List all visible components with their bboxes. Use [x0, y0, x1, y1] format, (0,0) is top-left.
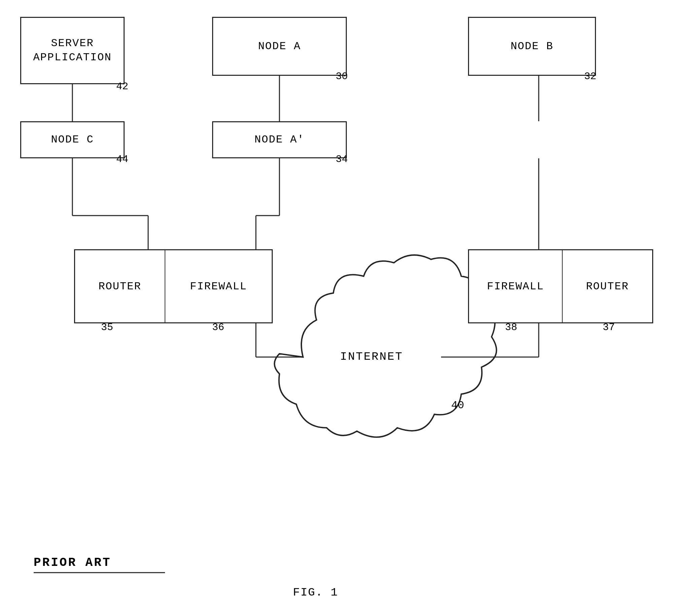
firewall-left-box: FIREWALL — [165, 249, 273, 324]
node-a-prime-ref: 34 — [336, 154, 348, 165]
router-right-ref: 37 — [603, 322, 615, 333]
firewall-right-ref: 38 — [505, 322, 517, 333]
node-b-label: NODE B — [510, 39, 553, 54]
firewall-right-label: FIREWALL — [487, 280, 544, 293]
firewall-left-label: FIREWALL — [190, 280, 247, 293]
router-left-ref: 35 — [101, 322, 113, 333]
internet-label: INTERNET — [340, 350, 403, 363]
server-application-box: SERVER APPLICATION — [20, 17, 125, 84]
firewall-left-ref: 36 — [212, 322, 224, 333]
node-a-label: NODE A — [258, 39, 301, 54]
router-left-box: ROUTER — [74, 249, 165, 324]
server-app-ref: 42 — [116, 81, 128, 92]
server-application-label: SERVER APPLICATION — [33, 36, 111, 64]
node-b-box: NODE B — [468, 17, 596, 76]
prior-art-label: PRIOR ART — [34, 556, 111, 570]
router-right-box: ROUTER — [562, 249, 653, 324]
figure-label: FIG. 1 — [293, 586, 338, 599]
node-c-label: NODE C — [51, 133, 94, 147]
internet-ref: 40 — [451, 399, 464, 412]
node-a-ref: 30 — [336, 71, 348, 82]
node-b-ref: 32 — [584, 71, 596, 82]
router-left-label: ROUTER — [98, 280, 141, 293]
firewall-right-box: FIREWALL — [468, 249, 562, 324]
node-a-box: NODE A — [212, 17, 347, 76]
diagram-container: SERVER APPLICATION 42 NODE A 30 NODE C 4… — [0, 0, 700, 609]
node-a-prime-box: NODE A' — [212, 121, 347, 158]
node-c-ref: 44 — [116, 154, 128, 165]
router-right-label: ROUTER — [586, 280, 629, 293]
node-c-box: NODE C — [20, 121, 125, 158]
node-a-prime-label: NODE A' — [254, 133, 304, 147]
